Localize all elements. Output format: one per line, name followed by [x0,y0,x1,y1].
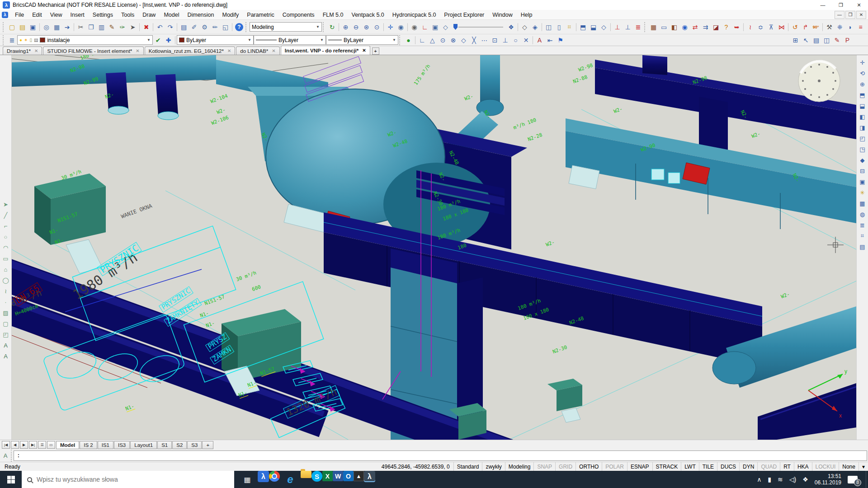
view-back-icon[interactable]: ◳ [857,144,868,155]
separator[interactable] [232,23,232,31]
tab-close-icon[interactable]: ✕ [362,48,366,53]
wifi-icon[interactable]: ≋ [778,476,783,483]
status-lockui[interactable]: LOCKUI [812,462,839,471]
regen-icon[interactable]: ↻ [327,22,337,32]
child-minimize-button[interactable]: — [835,11,844,19]
tangent-snap-icon[interactable]: ○ [510,35,521,45]
help-icon[interactable]: ? [235,23,243,31]
paste-icon[interactable]: ▥ [96,22,107,32]
grid-tools-icon[interactable]: ≣ [633,22,643,32]
text-tool-icon[interactable]: A [0,340,11,351]
status-lwt[interactable]: LWT [681,462,698,471]
camera-icon[interactable]: ▣ [857,176,868,187]
task-view-icon[interactable]: ▦ [237,471,258,488]
child-restore-button[interactable]: ❐ [845,11,855,19]
separator[interactable] [533,36,533,44]
endpoint-snap-icon[interactable]: ∟ [417,35,427,45]
eyedropper-icon[interactable]: ✑ [117,22,127,32]
vent-list-icon[interactable]: ≡ [855,22,866,32]
menu-help[interactable]: Help [517,11,537,19]
status-grid[interactable]: GRID [555,462,576,471]
viewport-style-icon[interactable]: ◫ [821,35,832,45]
orbit-view-icon[interactable]: ⟲ [857,68,868,79]
drawing-viewport[interactable]: ➤╱⌐○◠▭⌂◯≀·▨▢◰AA ✛⟲⊕⬒⬓◧◨◰◳◆⊟▣✳▦◍≣⌗▤ [0,55,868,440]
menu-hydronicpack[interactable]: Hydronicpack 5.0 [388,11,440,19]
tab-close-icon[interactable]: ✕ [136,48,139,53]
status-style[interactable]: Standard [453,462,482,471]
outlook-icon[interactable]: O [343,471,354,481]
wrench-icon[interactable]: ⚒ [824,22,835,32]
redo-icon[interactable]: ↷ [165,22,175,32]
color-select[interactable]: ByLayer ▼ [177,35,254,45]
document-tab-inst-went[interactable]: Inst,went. VNP - do referencji* ✕ [281,46,370,55]
tab-close-icon[interactable]: ✕ [34,48,38,53]
print-preview-icon[interactable]: ◎ [41,22,52,32]
spline-tool-icon[interactable]: ≀ [0,286,11,296]
hatch-tool-icon[interactable]: ▨ [0,307,11,318]
flag-icon[interactable]: ⚑ [555,35,566,45]
separator[interactable] [822,23,823,31]
pan-view-icon[interactable]: ✛ [857,57,868,68]
toolbar-grip[interactable] [399,35,401,45]
menu-modify[interactable]: Modify [218,11,243,19]
separator[interactable] [576,23,576,31]
node-snap-icon[interactable]: ⊗ [448,35,458,45]
tab-close-icon[interactable]: ✕ [227,48,231,53]
status-esnap[interactable]: ESNAP [627,462,652,471]
view-front-icon[interactable]: ◰ [857,133,868,144]
menu-model[interactable]: Model [160,11,183,19]
status-menu-caret[interactable]: ▾ [859,462,868,471]
new-layout-button[interactable]: + [202,441,213,449]
tray-chevron-icon[interactable]: ∧ [757,476,761,483]
quadrant-snap-icon[interactable]: ◇ [458,35,469,45]
mtext-tool-icon[interactable]: A [0,351,11,361]
vent-diffuser-icon[interactable]: ⊼ [766,22,776,32]
battery-icon[interactable]: ▮ [768,476,771,483]
view-eye-icon[interactable]: ◉ [409,22,420,32]
polyline-tool-icon[interactable]: ⌐ [0,221,11,231]
menu-settings[interactable]: Settings [89,11,117,19]
separator[interactable] [383,23,384,31]
document-tab-drawing1[interactable]: Drawing1* ✕ [3,47,42,55]
annotation-tool-icon[interactable]: A [0,450,12,462]
vent-align-icon[interactable]: ⇉ [700,22,711,32]
linetype-select[interactable]: ByLayer ▼ [254,35,326,45]
separator[interactable] [415,36,415,44]
materials-icon[interactable]: ▦ [857,198,868,209]
render-mode-icon[interactable]: ❖ [506,22,516,32]
separator[interactable] [610,23,611,31]
wireframe-cube-icon[interactable]: ◇ [599,22,609,32]
lineweight-select[interactable]: ByLayer ▼ [326,35,398,45]
dropbox-icon[interactable]: ❖ [802,476,808,483]
save-icon[interactable]: ▣ [28,22,38,32]
view-top-icon[interactable]: ⬒ [857,89,868,100]
zoom-in-icon[interactable]: ⊕ [340,22,351,32]
mleader-style-icon[interactable]: ↖ [801,35,811,45]
prev-tab-button[interactable]: ◀ [11,441,19,449]
perpendicular-snap-icon[interactable]: ⊥ [500,35,510,45]
menu-insert[interactable]: Insert [66,11,89,19]
command-input[interactable]: : [14,450,867,461]
annotate-icon[interactable]: ✎ [832,35,842,45]
child-close-button[interactable]: ✕ [856,11,866,19]
vent-rotate-icon[interactable]: ↺ [790,22,800,32]
props-icon[interactable]: ▤ [857,241,868,252]
look-around-icon[interactable]: ◉ [396,22,406,32]
photos-icon[interactable]: ▲ [354,471,364,481]
view-right-icon[interactable]: ◨ [857,122,868,133]
document-tab-do-lindab[interactable]: do LINDAB* ✕ [236,47,279,55]
polygon-tool-icon[interactable]: ⌂ [0,264,11,275]
show-desktop-button[interactable] [866,471,868,488]
zoom-out-icon[interactable]: ⊖ [351,22,361,32]
render-quality-slider[interactable] [453,23,503,32]
separator[interactable] [153,23,153,31]
next-tab-button[interactable]: ▶ [20,441,28,449]
vent-catalog-icon[interactable]: ? [721,22,731,32]
status-quad[interactable]: QUAD [757,462,780,471]
clean-screen-icon[interactable]: ◱ [220,22,231,32]
separator[interactable] [518,23,518,31]
notifications-icon[interactable]: 8 [848,476,858,483]
properties-panel-icon[interactable]: ▤ [179,22,189,32]
boundary-tool-icon[interactable]: ◰ [0,329,11,340]
render-icon[interactable]: ◍ [857,209,868,220]
